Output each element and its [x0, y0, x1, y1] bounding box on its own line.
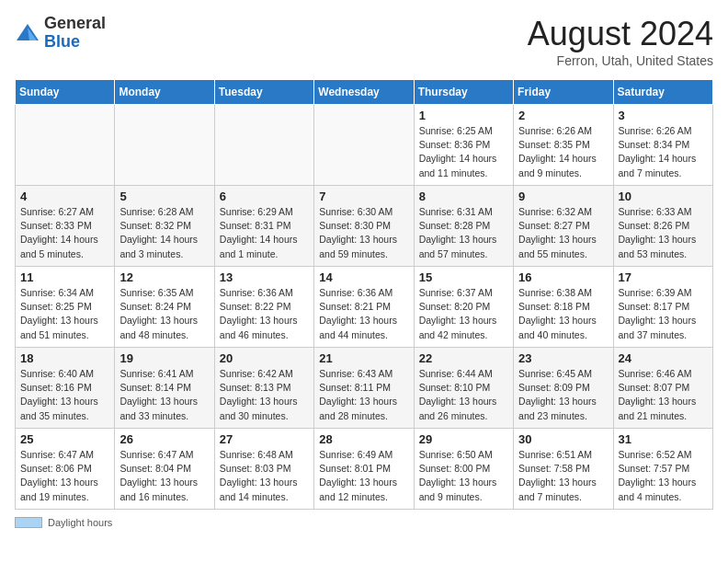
calendar-cell: 14Sunrise: 6:36 AM Sunset: 8:21 PM Dayli… — [314, 267, 414, 348]
calendar-cell: 20Sunrise: 6:42 AM Sunset: 8:13 PM Dayli… — [214, 348, 313, 429]
day-info: Sunrise: 6:26 AM Sunset: 8:34 PM Dayligh… — [619, 124, 708, 180]
title-block: August 2024 Ferron, Utah, United States — [528, 15, 713, 68]
day-info: Sunrise: 6:31 AM Sunset: 8:28 PM Dayligh… — [419, 205, 508, 261]
calendar-cell: 1Sunrise: 6:25 AM Sunset: 8:36 PM Daylig… — [414, 105, 513, 186]
calendar-cell — [16, 105, 115, 186]
day-header-monday: Monday — [115, 80, 214, 105]
day-info: Sunrise: 6:32 AM Sunset: 8:27 PM Dayligh… — [518, 205, 608, 261]
day-number: 24 — [619, 351, 708, 365]
day-number: 12 — [119, 270, 209, 284]
calendar-cell: 16Sunrise: 6:38 AM Sunset: 8:18 PM Dayli… — [514, 267, 613, 348]
day-info: Sunrise: 6:40 AM Sunset: 8:16 PM Dayligh… — [20, 367, 109, 423]
calendar-table: SundayMondayTuesdayWednesdayThursdayFrid… — [15, 79, 713, 510]
calendar-cell: 19Sunrise: 6:41 AM Sunset: 8:14 PM Dayli… — [115, 348, 214, 429]
day-number: 23 — [518, 351, 608, 365]
day-number: 25 — [20, 432, 109, 446]
logo-blue-text: Blue — [44, 32, 80, 51]
day-number: 18 — [20, 351, 109, 365]
day-number: 15 — [419, 270, 508, 284]
day-number: 1 — [419, 109, 508, 122]
day-number: 19 — [119, 351, 209, 365]
day-info: Sunrise: 6:35 AM Sunset: 8:24 PM Dayligh… — [119, 286, 209, 342]
day-info: Sunrise: 6:41 AM Sunset: 8:14 PM Dayligh… — [119, 367, 209, 423]
day-number: 4 — [20, 190, 109, 203]
calendar-cell: 25Sunrise: 6:47 AM Sunset: 8:06 PM Dayli… — [16, 429, 115, 510]
day-info: Sunrise: 6:34 AM Sunset: 8:25 PM Dayligh… — [20, 286, 109, 342]
calendar-cell: 26Sunrise: 6:47 AM Sunset: 8:04 PM Dayli… — [115, 429, 214, 510]
calendar-week-3: 11Sunrise: 6:34 AM Sunset: 8:25 PM Dayli… — [16, 267, 713, 348]
daylight-label: Daylight hours — [48, 517, 112, 528]
day-header-friday: Friday — [514, 80, 613, 105]
day-info: Sunrise: 6:44 AM Sunset: 8:10 PM Dayligh… — [419, 367, 508, 423]
day-info: Sunrise: 6:42 AM Sunset: 8:13 PM Dayligh… — [220, 367, 309, 423]
month-title: August 2024 — [528, 15, 713, 53]
day-info: Sunrise: 6:39 AM Sunset: 8:17 PM Dayligh… — [619, 286, 708, 342]
daylight-swatch — [15, 517, 42, 528]
day-number: 6 — [220, 190, 309, 203]
day-number: 21 — [319, 351, 408, 365]
calendar-cell: 13Sunrise: 6:36 AM Sunset: 8:22 PM Dayli… — [214, 267, 313, 348]
day-number: 22 — [419, 351, 508, 365]
calendar-cell: 12Sunrise: 6:35 AM Sunset: 8:24 PM Dayli… — [115, 267, 214, 348]
day-info: Sunrise: 6:36 AM Sunset: 8:22 PM Dayligh… — [220, 286, 309, 342]
calendar-cell — [214, 105, 313, 186]
logo-icon — [15, 20, 40, 46]
day-header-tuesday: Tuesday — [214, 80, 313, 105]
day-number: 7 — [319, 190, 408, 203]
calendar-cell: 22Sunrise: 6:44 AM Sunset: 8:10 PM Dayli… — [414, 348, 513, 429]
calendar-cell: 21Sunrise: 6:43 AM Sunset: 8:11 PM Dayli… — [314, 348, 414, 429]
calendar-header-row: SundayMondayTuesdayWednesdayThursdayFrid… — [16, 80, 713, 105]
calendar-cell: 9Sunrise: 6:32 AM Sunset: 8:27 PM Daylig… — [514, 186, 613, 267]
day-info: Sunrise: 6:52 AM Sunset: 7:57 PM Dayligh… — [619, 448, 708, 504]
calendar-cell: 28Sunrise: 6:49 AM Sunset: 8:01 PM Dayli… — [314, 429, 414, 510]
calendar-cell — [115, 105, 214, 186]
day-info: Sunrise: 6:27 AM Sunset: 8:33 PM Dayligh… — [20, 205, 109, 261]
day-info: Sunrise: 6:36 AM Sunset: 8:21 PM Dayligh… — [319, 286, 408, 342]
day-info: Sunrise: 6:28 AM Sunset: 8:32 PM Dayligh… — [119, 205, 209, 261]
day-number: 9 — [518, 190, 608, 203]
calendar-cell: 18Sunrise: 6:40 AM Sunset: 8:16 PM Dayli… — [16, 348, 115, 429]
day-number: 28 — [319, 432, 408, 446]
logo: General Blue — [15, 15, 106, 52]
calendar-cell: 15Sunrise: 6:37 AM Sunset: 8:20 PM Dayli… — [414, 267, 513, 348]
day-info: Sunrise: 6:43 AM Sunset: 8:11 PM Dayligh… — [319, 367, 408, 423]
day-number: 8 — [419, 190, 508, 203]
calendar-cell — [314, 105, 414, 186]
day-number: 11 — [20, 270, 109, 284]
page-header: General Blue August 2024 Ferron, Utah, U… — [15, 15, 713, 68]
calendar-week-1: 1Sunrise: 6:25 AM Sunset: 8:36 PM Daylig… — [16, 105, 713, 186]
calendar-cell: 2Sunrise: 6:26 AM Sunset: 8:35 PM Daylig… — [514, 105, 613, 186]
day-info: Sunrise: 6:51 AM Sunset: 7:58 PM Dayligh… — [518, 448, 608, 504]
day-number: 3 — [619, 109, 708, 122]
day-number: 30 — [518, 432, 608, 446]
day-info: Sunrise: 6:47 AM Sunset: 8:04 PM Dayligh… — [119, 448, 209, 504]
day-info: Sunrise: 6:25 AM Sunset: 8:36 PM Dayligh… — [419, 124, 508, 180]
day-header-thursday: Thursday — [414, 80, 513, 105]
location: Ferron, Utah, United States — [528, 53, 713, 68]
calendar-cell: 29Sunrise: 6:50 AM Sunset: 8:00 PM Dayli… — [414, 429, 513, 510]
day-header-sunday: Sunday — [16, 80, 115, 105]
day-info: Sunrise: 6:26 AM Sunset: 8:35 PM Dayligh… — [518, 124, 608, 180]
day-number: 20 — [220, 351, 309, 365]
day-number: 16 — [518, 270, 608, 284]
day-info: Sunrise: 6:49 AM Sunset: 8:01 PM Dayligh… — [319, 448, 408, 504]
footer: Daylight hours — [15, 517, 713, 528]
day-number: 29 — [419, 432, 508, 446]
day-number: 13 — [220, 270, 309, 284]
calendar-cell: 4Sunrise: 6:27 AM Sunset: 8:33 PM Daylig… — [16, 186, 115, 267]
day-number: 17 — [619, 270, 708, 284]
svg-marker-0 — [17, 24, 39, 40]
day-number: 31 — [619, 432, 708, 446]
calendar-week-5: 25Sunrise: 6:47 AM Sunset: 8:06 PM Dayli… — [16, 429, 713, 510]
day-number: 14 — [319, 270, 408, 284]
calendar-cell: 23Sunrise: 6:45 AM Sunset: 8:09 PM Dayli… — [514, 348, 613, 429]
day-number: 10 — [619, 190, 708, 203]
day-info: Sunrise: 6:38 AM Sunset: 8:18 PM Dayligh… — [518, 286, 608, 342]
calendar-cell: 27Sunrise: 6:48 AM Sunset: 8:03 PM Dayli… — [214, 429, 313, 510]
calendar-cell: 5Sunrise: 6:28 AM Sunset: 8:32 PM Daylig… — [115, 186, 214, 267]
calendar-cell: 6Sunrise: 6:29 AM Sunset: 8:31 PM Daylig… — [214, 186, 313, 267]
day-info: Sunrise: 6:30 AM Sunset: 8:30 PM Dayligh… — [319, 205, 408, 261]
day-info: Sunrise: 6:33 AM Sunset: 8:26 PM Dayligh… — [619, 205, 708, 261]
day-number: 5 — [119, 190, 209, 203]
day-info: Sunrise: 6:47 AM Sunset: 8:06 PM Dayligh… — [20, 448, 109, 504]
